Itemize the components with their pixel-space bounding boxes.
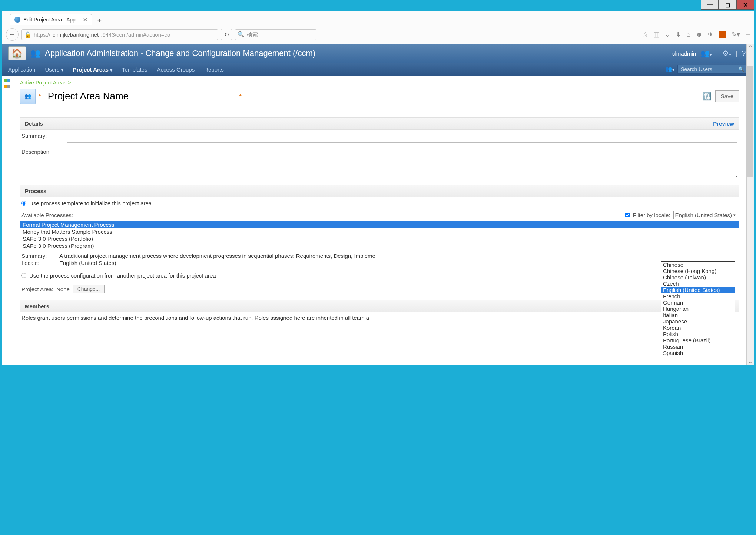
scrollbar-thumb[interactable]: [747, 66, 753, 177]
locale-option[interactable]: English (United States): [662, 287, 735, 293]
refresh-icon[interactable]: 🔃: [702, 92, 712, 101]
locale-option[interactable]: Japanese: [662, 318, 735, 325]
browser-tab-bar: Edit Project Area - App... ✕ +: [2, 11, 754, 25]
eyedropper-icon[interactable]: ✎▾: [731, 30, 740, 39]
process-title: Process: [25, 188, 46, 194]
maximize-button[interactable]: ◻: [719, 0, 736, 10]
required-indicator: *: [39, 93, 41, 99]
locale-option[interactable]: Polish: [662, 331, 735, 337]
bookmark-icon[interactable]: ☆: [642, 30, 648, 39]
locale-option[interactable]: Chinese (Hong Kong): [662, 268, 735, 274]
locale-option[interactable]: Italian: [662, 312, 735, 318]
close-window-button[interactable]: ✕: [736, 0, 754, 10]
use-other-project-radio[interactable]: [21, 273, 26, 278]
home-icon[interactable]: ⌂: [686, 31, 690, 39]
process-option[interactable]: Money that Matters Sample Process: [20, 228, 739, 235]
process-locale-label: Locale:: [21, 260, 55, 266]
required-indicator: *: [239, 93, 242, 99]
settings-gear-icon[interactable]: ⚙▾: [722, 49, 731, 58]
user-menu-icon[interactable]: 👥▾: [700, 49, 712, 58]
project-area-value: None: [56, 286, 70, 292]
members-title: Members: [25, 303, 49, 309]
use-other-project-label: Use the process configuration from anoth…: [29, 272, 216, 279]
library-icon[interactable]: ▥: [653, 30, 660, 39]
process-option[interactable]: Formal Project Management Process: [20, 221, 739, 228]
locale-option[interactable]: Portuguese (Brazil): [662, 337, 735, 343]
locale-option[interactable]: Spanish: [662, 350, 735, 356]
address-bar: ← 🔒 https://clm.jkebanking.net:9443/ccm/…: [2, 25, 754, 44]
addon-icon[interactable]: [719, 31, 726, 38]
download-icon[interactable]: ⬇: [676, 30, 681, 39]
locale-option[interactable]: Chinese: [662, 262, 735, 268]
search-icon: 🔍: [238, 31, 245, 38]
project-name-input[interactable]: [44, 88, 236, 104]
locale-option[interactable]: Russian: [662, 343, 735, 350]
menu-icon[interactable]: ≡: [745, 30, 750, 39]
url-prefix: https://: [34, 31, 50, 38]
browser-tab[interactable]: Edit Project Area - App... ✕: [10, 14, 92, 25]
filter-locale-checkbox[interactable]: [625, 213, 630, 217]
locale-option[interactable]: German: [662, 299, 735, 306]
process-summary-label: Summary:: [21, 253, 55, 259]
browser-search-input[interactable]: 🔍 検索: [235, 29, 316, 40]
description-textarea[interactable]: [67, 149, 737, 178]
search-icon: 🔍: [738, 66, 745, 72]
people-icon[interactable]: 👥▾: [665, 66, 674, 73]
preview-link[interactable]: Preview: [713, 120, 734, 127]
nav-project-areas[interactable]: Project Areas ▾: [73, 66, 112, 73]
description-label: Description:: [21, 149, 62, 155]
url-host: clm.jkebanking.net: [53, 31, 99, 38]
change-button[interactable]: Change...: [73, 285, 105, 293]
new-tab-button[interactable]: +: [94, 16, 105, 25]
nav-users[interactable]: Users ▾: [45, 66, 63, 73]
search-users-input[interactable]: Search Users 🔍: [677, 65, 748, 74]
process-summary-value: A traditional project management process…: [59, 253, 375, 259]
locale-option[interactable]: Czech: [662, 280, 735, 287]
locale-option[interactable]: Hungarian: [662, 306, 735, 312]
app-switcher-icon[interactable]: [4, 77, 10, 83]
send-icon[interactable]: ✈: [708, 30, 713, 39]
locale-option[interactable]: Korean: [662, 325, 735, 331]
process-option[interactable]: SAFe 3.0 Process (Portfolio): [20, 235, 739, 242]
app-header: 🏠 👥 Application Administration - Change …: [2, 44, 754, 63]
process-locale-value: English (United States): [59, 260, 116, 266]
scroll-up-icon[interactable]: ⌃: [748, 44, 753, 51]
tab-title: Edit Project Area - App...: [23, 17, 80, 23]
project-area-icon: 👥: [20, 89, 36, 104]
project-area-label: Project Area:: [21, 286, 53, 292]
summary-input[interactable]: [67, 133, 737, 143]
tab-favicon: [14, 17, 20, 23]
locale-dropdown[interactable]: ChineseChinese (Hong Kong)Chinese (Taiwa…: [661, 261, 735, 356]
window-controls: — ◻ ✕: [2, 0, 754, 11]
search-placeholder: 検索: [247, 31, 258, 38]
minimize-button[interactable]: —: [701, 0, 719, 10]
breadcrumb[interactable]: Active Project Areas >: [20, 80, 739, 86]
vertical-scrollbar[interactable]: ⌃ ⌄: [746, 44, 754, 365]
locale-option[interactable]: Chinese (Taiwan): [662, 274, 735, 280]
available-processes-label: Available Processes:: [21, 212, 73, 218]
close-tab-icon[interactable]: ✕: [83, 17, 87, 23]
lock-icon: 🔒: [24, 31, 32, 38]
process-listbox[interactable]: Formal Project Management ProcessMoney t…: [20, 221, 739, 250]
save-button[interactable]: Save: [715, 90, 739, 102]
filter-locale-label: Filter by locale:: [633, 212, 670, 218]
locale-option[interactable]: French: [662, 293, 735, 299]
locale-select[interactable]: English (United States) ▾: [673, 211, 737, 219]
use-template-radio[interactable]: [21, 201, 26, 206]
nav-reports[interactable]: Reports: [204, 66, 224, 73]
details-section-header: Details Preview: [20, 117, 739, 130]
scroll-down-icon[interactable]: ⌄: [748, 358, 753, 365]
home-button[interactable]: 🏠: [8, 46, 26, 60]
chevron-down-icon: ▾: [733, 213, 736, 217]
summary-label: Summary:: [21, 133, 62, 139]
nav-application[interactable]: Application: [8, 66, 35, 73]
chat-icon[interactable]: ☻: [696, 31, 703, 39]
use-template-label: Use process template to initialize this …: [29, 200, 152, 206]
back-button[interactable]: ←: [6, 28, 19, 41]
reload-button[interactable]: ↻: [221, 29, 232, 40]
nav-templates[interactable]: Templates: [122, 66, 147, 73]
pocket-icon[interactable]: ⌄: [665, 30, 670, 39]
url-input[interactable]: 🔒 https://clm.jkebanking.net:9443/ccm/ad…: [21, 29, 218, 40]
process-option[interactable]: SAFe 3.0 Process (Program): [20, 242, 739, 249]
nav-access-groups[interactable]: Access Groups: [157, 66, 195, 73]
